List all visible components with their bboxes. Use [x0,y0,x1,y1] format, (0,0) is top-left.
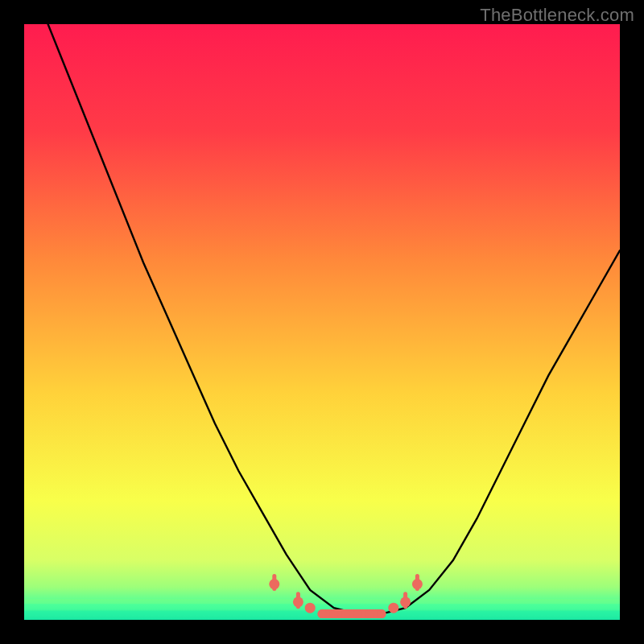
svg-rect-2 [24,605,620,610]
chart-svg [24,24,620,620]
svg-point-13 [365,609,374,618]
svg-point-11 [341,609,350,618]
svg-point-9 [318,609,327,618]
svg-point-5 [269,579,279,589]
svg-point-10 [329,609,338,618]
watermark-text: TheBottleneck.com [480,5,634,26]
svg-point-8 [305,603,316,613]
plot-area [24,24,620,620]
bottleneck-curve [48,24,620,614]
svg-point-12 [353,609,362,618]
svg-point-15 [388,603,398,613]
svg-point-7 [293,597,303,607]
chart-frame: TheBottleneck.com [0,0,644,644]
svg-point-17 [400,597,411,607]
svg-point-14 [378,609,386,618]
svg-point-19 [412,579,423,589]
